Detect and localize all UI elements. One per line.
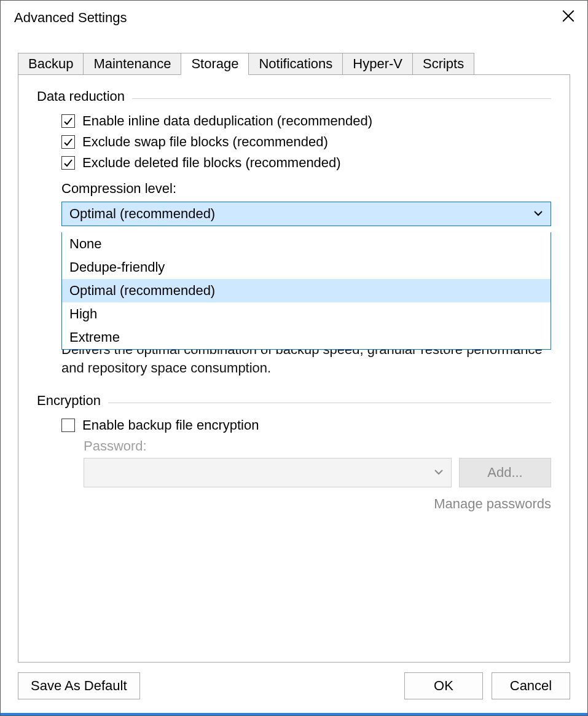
- dropdown-option-none[interactable]: None: [62, 232, 551, 256]
- close-button[interactable]: [555, 5, 581, 31]
- cancel-button[interactable]: Cancel: [492, 672, 570, 699]
- dropdown-option-optimal[interactable]: Optimal (recommended): [62, 279, 551, 302]
- advanced-settings-dialog: Advanced Settings Backup Maintenance Sto…: [0, 0, 588, 716]
- checkbox-label: Exclude deleted file blocks (recommended…: [82, 155, 341, 171]
- ok-button[interactable]: OK: [404, 672, 483, 699]
- tab-notifications[interactable]: Notifications: [248, 53, 343, 75]
- password-label: Password:: [84, 438, 551, 454]
- checkbox-enable-encryption[interactable]: [61, 419, 75, 432]
- tabs: Backup Maintenance Storage Notifications…: [18, 52, 570, 74]
- bottom-accent: [1, 713, 587, 715]
- tab-storage[interactable]: Storage: [181, 53, 249, 75]
- password-select: [84, 458, 452, 487]
- checkbox-label: Enable inline data deduplication (recomm…: [82, 113, 372, 129]
- dropdown-option-extreme[interactable]: Extreme: [62, 326, 551, 349]
- close-icon: [562, 10, 574, 26]
- checkbox-enable-dedup[interactable]: [61, 114, 75, 128]
- manage-passwords-link: Manage passwords: [84, 496, 551, 512]
- tab-panel-storage: Data reduction Enable inline data dedupl…: [18, 74, 570, 663]
- save-as-default-button[interactable]: Save As Default: [18, 672, 140, 699]
- chevron-down-icon: [434, 465, 444, 481]
- checkbox-label: Exclude swap file blocks (recommended): [82, 134, 328, 150]
- dialog-buttons: Save As Default OK Cancel: [1, 663, 587, 713]
- section-data-reduction: Data reduction: [37, 89, 551, 104]
- compression-level-dropdown[interactable]: None Dedupe-friendly Optimal (recommende…: [61, 232, 551, 350]
- compression-level-combo[interactable]: Optimal (recommended): [61, 202, 551, 226]
- divider: [132, 98, 551, 99]
- dropdown-option-high[interactable]: High: [62, 302, 551, 326]
- checkbox-label: Enable backup file encryption: [82, 417, 259, 433]
- compression-level-label: Compression level:: [61, 181, 551, 197]
- divider: [108, 403, 551, 403]
- checkbox-exclude-swap[interactable]: [61, 135, 75, 149]
- titlebar: Advanced Settings: [1, 1, 587, 35]
- combo-value: Optimal (recommended): [69, 206, 215, 222]
- dialog-title: Advanced Settings: [14, 10, 127, 26]
- checkbox-exclude-deleted[interactable]: [61, 156, 75, 170]
- dropdown-option-dedupe[interactable]: Dedupe-friendly: [62, 256, 551, 279]
- tab-hyperv[interactable]: Hyper-V: [342, 53, 413, 75]
- section-encryption: Encryption: [37, 393, 551, 409]
- tab-scripts[interactable]: Scripts: [412, 53, 474, 75]
- tab-backup[interactable]: Backup: [18, 53, 84, 75]
- section-label: Data reduction: [37, 89, 125, 104]
- section-label: Encryption: [37, 393, 101, 409]
- tab-maintenance[interactable]: Maintenance: [83, 53, 181, 75]
- add-password-button: Add...: [459, 458, 551, 487]
- chevron-down-icon: [533, 206, 543, 222]
